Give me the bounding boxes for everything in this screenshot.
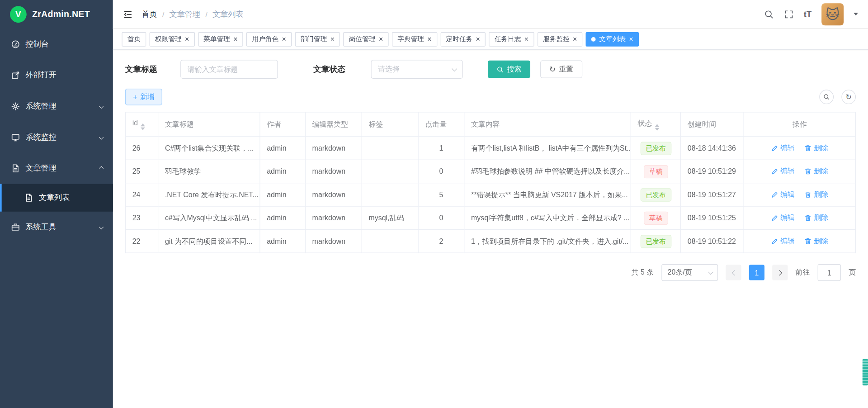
edit-button[interactable]: 编辑 [771, 166, 795, 176]
sort-caret-icon[interactable] [655, 124, 660, 131]
tab-article-list[interactable]: 文章列表× [586, 32, 639, 46]
search-icon [823, 94, 830, 100]
tab-menu[interactable]: 菜单管理× [198, 32, 243, 46]
sidebar-item-system-monitor[interactable]: 系统监控 [0, 122, 113, 153]
font-size-icon[interactable]: tT [804, 9, 811, 19]
prev-page-button[interactable] [726, 265, 741, 280]
sidebar-toggle-icon[interactable] [123, 9, 133, 19]
search-button-label: 搜索 [507, 64, 522, 74]
sidebar-item-system-management[interactable]: 系统管理 [0, 91, 113, 122]
tab-home[interactable]: 首页 [122, 32, 146, 46]
dashboard-icon [11, 40, 20, 49]
next-page-button[interactable] [772, 265, 788, 280]
sidebar-item-article-management[interactable]: 文章管理 [0, 153, 113, 184]
page-size-select[interactable]: 20条/页 [661, 264, 718, 281]
column-label: 创建时间 [688, 120, 717, 128]
close-icon[interactable]: × [524, 35, 528, 43]
edit-button[interactable]: 编辑 [771, 143, 795, 153]
search-button[interactable]: 搜索 [488, 60, 530, 78]
document-icon [24, 193, 33, 202]
column-label: 作者 [267, 120, 281, 128]
article-status-select[interactable]: 请选择 [371, 60, 462, 79]
cell-tags [362, 160, 418, 183]
tab-label: 任务日志 [495, 34, 521, 44]
user-avatar[interactable]: 🐱 [821, 3, 844, 25]
column-header-tags: 标签 [362, 112, 418, 137]
delete-button[interactable]: 删除 [805, 213, 829, 223]
close-icon[interactable]: × [379, 35, 383, 43]
goto-page-input[interactable] [818, 264, 841, 281]
delete-button[interactable]: 删除 [805, 166, 829, 176]
close-icon[interactable]: × [330, 35, 335, 43]
reset-button[interactable]: ↻ 重置 [540, 60, 582, 78]
cell-status: 草稿 [631, 206, 680, 229]
column-header-actions: 操作 [744, 112, 855, 137]
tab-dept[interactable]: 部门管理× [295, 32, 340, 46]
column-header-id[interactable]: id [125, 112, 158, 137]
cell-tags: mysql,乱码 [362, 206, 418, 229]
edit-button[interactable]: 编辑 [771, 190, 795, 199]
chevron-down-icon [708, 269, 713, 275]
cell-created: 08-19 10:51:22 [681, 230, 744, 253]
cell-author: admin [260, 206, 305, 229]
refresh-button[interactable]: ↻ [841, 90, 856, 104]
page-number-button[interactable]: 1 [749, 265, 764, 280]
close-icon[interactable]: × [185, 35, 189, 43]
table-row: 23 c#写入Mysql中文显示乱码 ... admin markdown my… [125, 206, 855, 229]
column-header-author: 作者 [260, 112, 305, 137]
edit-button[interactable]: 编辑 [771, 213, 795, 223]
sort-caret-icon[interactable] [141, 123, 145, 130]
scrollbar-thumb[interactable] [863, 359, 868, 385]
cell-content: #羽毛球拍参数说明 ## 中管软硬选择以及长度介... [464, 160, 631, 183]
tab-label: 定时任务 [446, 34, 472, 44]
column-header-status[interactable]: 状态 [631, 112, 680, 137]
breadcrumb-item[interactable]: 文章管理 [170, 9, 201, 19]
edit-button[interactable]: 编辑 [771, 236, 795, 246]
column-label: 状态 [638, 119, 652, 127]
tab-cron-task[interactable]: 定时任务× [440, 32, 486, 46]
gear-icon [11, 102, 20, 111]
tab-dict[interactable]: 字典管理× [392, 32, 437, 46]
table-row: 24 .NET Core 发布时提示.NET... admin markdown… [125, 183, 855, 206]
add-button[interactable]: + 新增 [125, 89, 162, 105]
cell-id: 22 [125, 230, 158, 253]
close-icon[interactable]: × [629, 35, 633, 43]
refresh-icon: ↻ [549, 65, 556, 73]
breadcrumb-item[interactable]: 首页 [142, 9, 157, 19]
close-icon[interactable]: × [573, 35, 577, 43]
article-title-input[interactable] [180, 60, 278, 79]
table-header-row: id 文章标题 作者 编辑器类型 标签 点击量 文章内容 状态 创建时间 操作 [125, 112, 855, 137]
delete-button[interactable]: 删除 [805, 190, 829, 199]
close-icon[interactable]: × [476, 35, 480, 43]
search-toggle-button[interactable] [819, 90, 834, 104]
sidebar-item-external-open[interactable]: 外部打开 [0, 60, 113, 91]
tab-label: 服务监控 [543, 34, 570, 44]
search-icon[interactable] [764, 9, 774, 19]
sidebar: V ZrAdmin.NET 控制台 外部打开 系统管理 系统监控 [0, 0, 113, 408]
tab-user-role[interactable]: 用户角色× [246, 32, 292, 46]
column-header-content: 文章内容 [464, 112, 631, 137]
column-label: id [132, 119, 138, 127]
cell-created: 08-19 10:51:29 [681, 160, 744, 183]
close-icon[interactable]: × [233, 35, 237, 43]
tab-task-log[interactable]: 任务日志× [489, 32, 534, 46]
sidebar-item-article-list[interactable]: 文章列表 [0, 184, 113, 212]
cell-author: admin [260, 183, 305, 206]
cell-id: 24 [125, 183, 158, 206]
cell-id: 25 [125, 160, 158, 183]
close-icon[interactable]: × [282, 35, 286, 43]
tab-post[interactable]: 岗位管理× [344, 32, 389, 46]
tab-permission[interactable]: 权限管理× [150, 32, 195, 46]
column-label: 编辑器类型 [312, 120, 349, 128]
chevron-down-icon[interactable] [854, 13, 858, 15]
delete-button[interactable]: 删除 [805, 236, 829, 246]
fullscreen-icon[interactable] [784, 9, 794, 19]
sidebar-item-system-tools[interactable]: 系统工具 [0, 212, 113, 243]
tab-label: 菜单管理 [203, 34, 230, 44]
tab-service-monitor[interactable]: 服务监控× [538, 32, 583, 46]
search-icon [496, 66, 504, 73]
edit-label: 编辑 [780, 190, 795, 199]
delete-button[interactable]: 删除 [805, 143, 829, 153]
close-icon[interactable]: × [427, 35, 431, 43]
sidebar-item-dashboard[interactable]: 控制台 [0, 29, 113, 60]
